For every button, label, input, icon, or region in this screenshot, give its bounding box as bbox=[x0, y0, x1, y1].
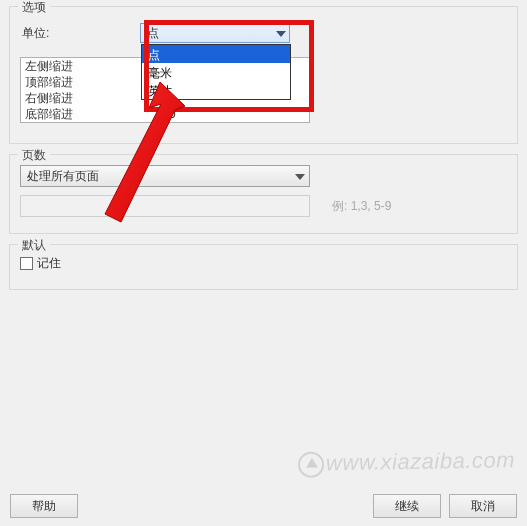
remember-label: 记住 bbox=[37, 255, 61, 272]
table-row: 底部缩进 0 bbox=[21, 106, 309, 122]
chevron-down-icon bbox=[276, 26, 286, 40]
pages-combobox[interactable]: 处理所有页面 bbox=[20, 165, 310, 187]
pages-range-input bbox=[20, 195, 310, 217]
unit-option-inch[interactable]: 英寸 bbox=[142, 81, 290, 99]
unit-selected-value: 点 bbox=[147, 25, 159, 42]
cancel-button[interactable]: 取消 bbox=[449, 494, 517, 518]
indent-bottom-label: 底部缩进 bbox=[21, 106, 165, 122]
svg-marker-0 bbox=[276, 31, 286, 37]
indent-bottom-value[interactable]: 0 bbox=[165, 106, 309, 122]
defaults-group: 默认 记住 bbox=[9, 244, 518, 290]
watermark: www.xiazaiba.com bbox=[298, 447, 515, 478]
continue-button[interactable]: 继续 bbox=[373, 494, 441, 518]
remember-checkbox[interactable] bbox=[20, 257, 33, 270]
options-group: 选项 单位: 点 点 毫米 英寸 左侧缩进 顶部缩进 bbox=[9, 6, 518, 144]
pages-selected-value: 处理所有页面 bbox=[27, 168, 99, 185]
unit-dropdown-list: 点 毫米 英寸 bbox=[141, 44, 291, 100]
unit-option-point[interactable]: 点 bbox=[142, 45, 290, 63]
svg-marker-2 bbox=[295, 174, 305, 180]
button-bar: 帮助 继续 取消 bbox=[0, 494, 527, 518]
unit-label: 单位: bbox=[20, 25, 140, 42]
pages-legend: 页数 bbox=[18, 147, 50, 164]
pages-example-hint: 例: 1,3, 5-9 bbox=[332, 195, 391, 217]
unit-option-mm[interactable]: 毫米 bbox=[142, 63, 290, 81]
options-legend: 选项 bbox=[18, 0, 50, 16]
defaults-legend: 默认 bbox=[18, 237, 50, 254]
chevron-down-icon bbox=[295, 169, 305, 183]
watermark-text: www.xiazaiba.com bbox=[326, 447, 515, 475]
unit-combobox[interactable]: 点 点 毫米 英寸 bbox=[140, 23, 290, 43]
help-button[interactable]: 帮助 bbox=[10, 494, 78, 518]
watermark-logo-icon bbox=[298, 451, 324, 477]
pages-group: 页数 处理所有页面 例: 1,3, 5-9 bbox=[9, 154, 518, 234]
